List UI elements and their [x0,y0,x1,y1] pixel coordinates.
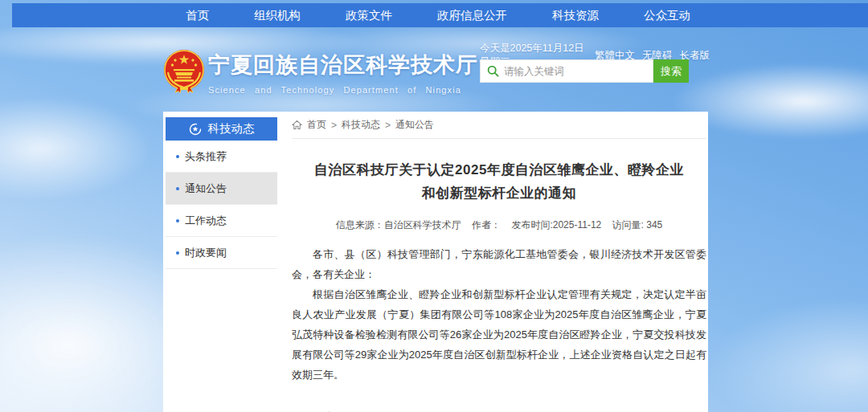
sidebar-item-label: 工作动态 [185,214,227,228]
breadcrumb-separator: > [331,120,337,131]
article-body: 各市、县（区）科技管理部门，宁东能源化工基地管委会，银川经济技术开发区管委会，各… [292,244,706,385]
sidebar-item-label: 头条推荐 [185,149,227,164]
sidebar-item-label: 通知公告 [185,182,227,196]
search-input-wrap [480,59,653,83]
home-icon [292,120,302,130]
article-title-line2: 和创新型标杆企业的通知 [292,182,706,205]
article-paragraph: 各市、县（区）科技管理部门，宁东能源化工基地管委会，银川经济技术开发区管委会，各… [292,244,706,284]
breadcrumb-section[interactable]: 科技动态 [342,118,380,132]
sidebar-item-work-updates[interactable]: 工作动态 [166,205,277,237]
sidebar-item-headlines[interactable]: 头条推荐 [166,141,277,173]
breadcrumb-home[interactable]: 首页 [307,118,326,132]
site-subtitle: Science and Technology Department of Nin… [208,85,478,95]
sidebar: 科技动态 头条推荐 通知公告 工作动态 时政要闻 [166,117,277,269]
nav-item-home[interactable]: 首页 [186,8,209,23]
page: 首页 组织机构 政策文件 政府信息公开 科技资源 公众互动 宁夏回族自治区科学技… [0,0,868,412]
nav-item-gov-info[interactable]: 政府信息公开 [437,8,507,23]
article-title-line1: 自治区科技厅关于认定2025年度自治区雏鹰企业、瞪羚企业 [292,158,706,182]
nav-item-org[interactable]: 组织机构 [254,8,301,23]
breadcrumb-separator: > [385,120,391,131]
sidebar-title: 科技动态 [208,121,255,137]
meta-visits: 访问量: 345 [612,219,663,230]
cloud-decoration [707,297,868,412]
search-button[interactable]: 搜索 [653,59,689,83]
bullet-icon [176,155,179,158]
top-navbar: 首页 组织机构 政策文件 政府信息公开 科技资源 公众互动 [12,3,868,27]
meta-time: 发布时间:2025-11-12 [511,219,601,230]
article-meta: 信息来源：自治区科学技术厅 作者： 发布时间:2025-11-12 访问量: 3… [292,218,706,232]
nav-item-policy[interactable]: 政策文件 [346,8,392,23]
star-circle-icon [189,123,202,136]
site-logo[interactable] [163,48,205,93]
sidebar-item-label: 时政要闻 [185,246,227,260]
bullet-icon [176,251,179,255]
meta-source: 信息来源：自治区科学技术厅 [336,219,461,230]
bullet-icon [176,187,179,190]
article-paragraph: 根据自治区雏鹰企业、瞪羚企业和创新型标杆企业认定管理有关规定，决定认定半亩良人农… [292,284,706,385]
bullet-icon [176,219,179,222]
search-input[interactable] [504,60,653,82]
sidebar-item-political-news[interactable]: 时政要闻 [166,237,277,269]
meta-author: 作者： [472,219,501,230]
article-title: 自治区科技厅关于认定2025年度自治区雏鹰企业、瞪羚企业 和创新型标杆企业的通知 [292,158,706,205]
sidebar-item-notices[interactable]: 通知公告 [166,173,277,205]
sidebar-header: 科技动态 [166,117,277,141]
site-title: 宁夏回族自治区科学技术厅 [208,51,478,80]
article: 自治区科技厅关于认定2025年度自治区雏鹰企业、瞪羚企业 和创新型标杆企业的通知… [292,139,706,412]
nav-item-resources[interactable]: 科技资源 [552,8,599,23]
breadcrumb: 首页 > 科技动态 > 通知公告 [292,112,706,139]
search-bar: 搜索 [480,59,689,83]
search-icon [487,65,499,77]
breadcrumb-current[interactable]: 通知公告 [395,118,434,132]
main-panel: 科技动态 头条推荐 通知公告 工作动态 时政要闻 [163,112,708,412]
national-emblem-icon [163,48,205,93]
nav-item-interaction[interactable]: 公众互动 [644,8,690,23]
site-title-block: 宁夏回族自治区科学技术厅 Science and Technology Depa… [208,51,478,95]
